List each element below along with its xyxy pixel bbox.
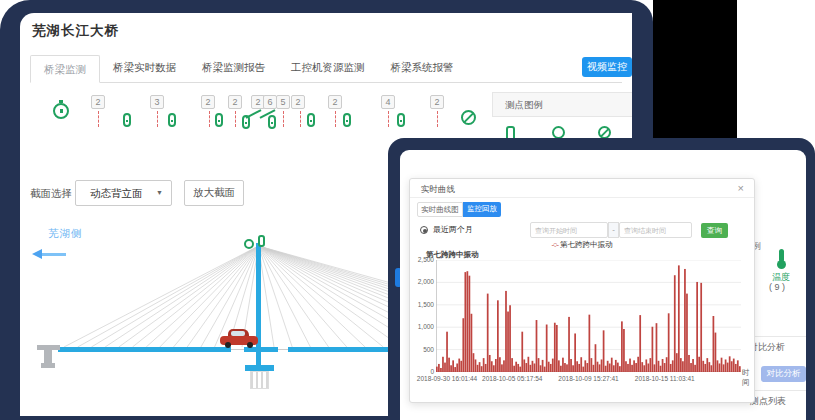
chain-link-icon bbox=[268, 115, 276, 129]
x-tick-label: 2018-10-09 15:27:41 bbox=[554, 375, 624, 382]
recent-range-label: 最近两个月 bbox=[433, 224, 473, 235]
tab-1[interactable]: 桥梁实时数据 bbox=[100, 54, 189, 82]
video-monitor-button[interactable]: 视频监控 bbox=[582, 57, 632, 77]
pylon-piles bbox=[250, 371, 269, 389]
close-icon[interactable]: × bbox=[738, 182, 744, 194]
tab-history-playback[interactable]: 监控回放 bbox=[463, 202, 501, 217]
car-image bbox=[220, 329, 258, 349]
temperature-count: ( 9 ) bbox=[769, 282, 785, 292]
screenshot-canvas: 芜湖长江大桥 桥梁监测桥梁实时数据桥梁监测报告工控机资源监测桥梁系统报警 视频监… bbox=[0, 0, 815, 420]
timer-sensor-icon[interactable] bbox=[53, 103, 69, 119]
sensor-count-badge: 2 bbox=[430, 95, 444, 109]
y-tick-label: 2,000 bbox=[413, 278, 434, 285]
pylon-chain-sensor-icon[interactable] bbox=[258, 235, 265, 247]
x-tick-label: 2018-10-05 05:17:54 bbox=[477, 375, 547, 382]
range-separator: - bbox=[608, 222, 619, 238]
alert-dash-line bbox=[209, 111, 210, 127]
tab-0[interactable]: 桥梁监测 bbox=[30, 55, 100, 83]
tab-realtime-curve[interactable]: 实时曲线图 bbox=[417, 202, 463, 217]
bridge-deck-segment bbox=[58, 347, 231, 352]
compare-analysis-button[interactable]: 对比分析 bbox=[761, 366, 806, 382]
tab-3[interactable]: 工控机资源监测 bbox=[278, 54, 378, 82]
alert-dash-line bbox=[437, 111, 438, 127]
alert-dash-line bbox=[335, 111, 336, 127]
alert-dash-line bbox=[388, 111, 389, 127]
chevron-down-icon: ▼ bbox=[156, 181, 163, 205]
alert-dash-line bbox=[98, 111, 99, 127]
point-list-label: 测点列表 bbox=[750, 395, 786, 408]
section-select-value: 动态背立面 bbox=[90, 187, 143, 199]
alert-dash-line bbox=[283, 111, 284, 127]
x-tick-label: 2018-09-30 16:01:44 bbox=[412, 375, 482, 382]
tab-4[interactable]: 桥梁系统报警 bbox=[378, 54, 467, 82]
chain-sensor-icon[interactable] bbox=[307, 113, 315, 127]
deck-joint bbox=[278, 349, 288, 350]
deck-joint bbox=[231, 349, 244, 350]
chain-sensor-icon[interactable] bbox=[168, 113, 176, 127]
chain-sensor-icon[interactable] bbox=[123, 113, 131, 127]
sensor-count-badge: 2 bbox=[201, 95, 215, 109]
y-tick-label: 0 bbox=[413, 368, 434, 375]
x-tick-label: 2018-10-15 11:03:41 bbox=[630, 375, 700, 382]
y-tick-label: 500 bbox=[413, 346, 434, 353]
tab-2[interactable]: 桥梁监测报告 bbox=[189, 54, 278, 82]
enlarge-section-button[interactable]: 放大截面 bbox=[184, 180, 244, 206]
sensor-count-badge: 3 bbox=[150, 95, 164, 109]
recent-range-radio[interactable] bbox=[420, 226, 428, 234]
chain-sensor-icon[interactable] bbox=[397, 113, 405, 127]
chart-plot bbox=[436, 260, 741, 372]
legend-panel-header: 测点图例 bbox=[492, 92, 632, 117]
sensor-count-badge: 2 bbox=[228, 95, 242, 109]
alert-dash-line bbox=[235, 111, 236, 127]
section-select-dropdown[interactable]: 动态背立面 ▼ bbox=[75, 180, 172, 206]
chain-sensor-icon[interactable] bbox=[215, 113, 223, 127]
background-black-region bbox=[653, 0, 737, 140]
sensor-count-badge: 2 bbox=[328, 95, 342, 109]
vibration-chart: 05001,0001,5002,0002,500 bbox=[413, 260, 743, 372]
y-tick-label: 1,000 bbox=[413, 323, 434, 330]
chain-sensor-icon[interactable] bbox=[343, 113, 351, 127]
end-time-input[interactable] bbox=[619, 222, 692, 238]
modal-title: 实时曲线 bbox=[421, 184, 455, 196]
alert-dash-line bbox=[300, 111, 301, 127]
sensor-count-badge: 4 bbox=[381, 95, 395, 109]
tab-bar: 桥梁监测桥梁实时数据桥梁监测报告工控机资源监测桥梁系统报警 bbox=[30, 55, 622, 83]
bridge-pylon bbox=[256, 243, 261, 373]
search-button[interactable]: 查询 bbox=[701, 223, 728, 238]
legend-line-marker: -○- bbox=[551, 240, 558, 249]
pylon-sensor-icon[interactable] bbox=[244, 239, 254, 249]
realtime-curve-modal: 实时曲线 × 实时曲线图 监控回放 最近两个月 - 查询 -○- 第七跨跨中振动… bbox=[409, 178, 755, 403]
thermometer-icon-bulb bbox=[777, 260, 786, 269]
y-tick-label: 1,500 bbox=[413, 301, 434, 308]
page-title: 芜湖长江大桥 bbox=[32, 22, 119, 40]
sensor-count-badge: 2 bbox=[91, 95, 105, 109]
abutment-pier-base bbox=[41, 363, 55, 368]
legend-series-name: 第七跨跨中振动 bbox=[560, 240, 613, 249]
curve-popup-window: 例 温度 ( 9 ) 对比分析 对比分析 测点列表 实时曲线 × 实时曲线图 监… bbox=[400, 150, 806, 420]
alert-dash-line bbox=[157, 111, 158, 127]
start-time-input[interactable] bbox=[530, 222, 608, 238]
expansion-joint-sensor-icon[interactable] bbox=[242, 107, 282, 129]
modal-divider bbox=[410, 197, 754, 198]
x-axis-name: 时间 bbox=[742, 368, 754, 388]
disabled-sensor-icon[interactable] bbox=[461, 110, 476, 125]
chart-legend[interactable]: -○- 第七跨跨中振动 bbox=[410, 240, 754, 250]
y-tick-label: 2,500 bbox=[413, 256, 434, 263]
sensor-count-badge: 2 bbox=[291, 95, 305, 109]
